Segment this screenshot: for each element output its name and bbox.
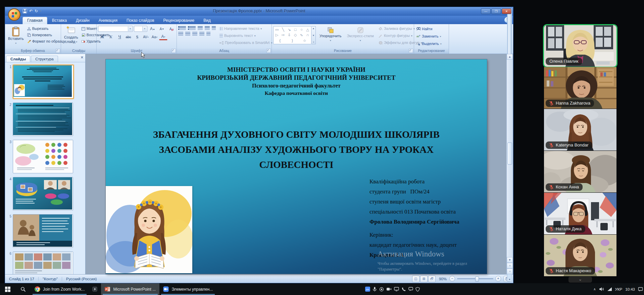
participant-tile-kokhan-anna[interactable]: Кохан Анна [544,151,616,192]
action-center-icon[interactable] [638,287,643,291]
strikethrough-button[interactable]: abc [124,34,133,40]
increase-indent-icon[interactable] [205,26,210,30]
tab-design[interactable]: Дизайн [71,17,94,24]
drawing-dialog-launcher[interactable] [409,49,413,53]
quick-styles-button[interactable]: Экспресс-стили▾ [345,25,375,48]
font-color-button[interactable]: A▾ [159,34,167,40]
slide-thumbnail-6[interactable] [13,251,73,274]
align-right-icon[interactable] [192,32,197,36]
minimize-button[interactable]: — [481,8,491,14]
normal-view-button[interactable]: ◫ [412,276,419,282]
clear-formatting-button[interactable]: A [167,25,176,32]
clock[interactable]: 10:43 [625,287,635,291]
slide-sorter-button[interactable]: ⊞ [420,276,428,282]
taskbar-search-button[interactable] [15,283,31,295]
zoom-slider-knob[interactable] [475,277,479,282]
taskbar-pinned-icon[interactable] [88,283,101,295]
phone-tray-icon[interactable] [401,287,406,292]
canvas-scrollbar[interactable]: ▲ ▼ « « [506,54,513,274]
align-text-button[interactable]: Выровнять текст▾ [218,33,273,39]
underline-button[interactable]: Ч [115,34,124,40]
text-shadow-button[interactable]: S [133,34,141,40]
panel-close-icon[interactable]: ✕ [81,56,84,59]
zoom-meeting-tray-icon[interactable]: zm [365,287,370,292]
format-painter-button[interactable]: Формат по образцу [26,39,66,44]
save-icon[interactable] [22,9,27,13]
restore-button[interactable]: ❐ [491,8,501,14]
camera-tray-icon[interactable] [386,287,392,291]
replace-button[interactable]: ab Заменить▾ [415,34,443,39]
participant-tile-hanna-zakharova[interactable]: Hanna Zakharova [544,67,616,109]
decrease-indent-icon[interactable] [198,26,203,30]
slide-thumbnail-1[interactable] [13,65,74,99]
qat-menu-caret[interactable]: ▾ [40,9,41,13]
select-button[interactable]: Выделить▾ [415,41,443,47]
zoom-in-button[interactable]: + [495,276,501,282]
bullets-icon[interactable] [178,26,186,30]
language-indicator[interactable]: Русский (Россия) [62,277,101,281]
copy-button[interactable]: Копировать [26,32,66,38]
paste-button[interactable]: Вставить▾ [6,25,26,48]
tab-home[interactable]: Главная [22,17,47,24]
align-left-icon[interactable] [178,32,183,36]
tab-insert[interactable]: Вставка [48,17,71,24]
slide-thumbnail-2[interactable] [13,103,73,136]
arrange-button[interactable]: Упорядочить▾ [318,25,343,48]
scroll-up-icon[interactable]: ▲ [507,54,513,60]
italic-button[interactable]: К [107,34,115,40]
justify-icon[interactable] [199,32,204,36]
tab-review[interactable]: Рецензирование [159,17,199,24]
slide-header-block[interactable]: МІНІСТЕРСТВО ОСВІТИ І НАУКИ УКРАЇНИ КРИВ… [106,66,487,96]
paragraph-dialog-launcher[interactable] [266,49,271,53]
show-hidden-icons-chevron[interactable]: ∧ [593,287,596,291]
gallery-collapse-button[interactable]: ⌄ [568,277,592,283]
find-button[interactable]: Найти [415,26,443,32]
panel-tab-outline[interactable]: Структура [31,56,58,62]
slide-1[interactable]: МІНІСТЕРСТВО ОСВІТИ І НАУКИ УКРАЇНИ КРИВ… [106,59,487,274]
zoom-level[interactable]: 90% [439,277,447,281]
taskbar-app-chrome-zoom-join[interactable]: Join from Zoom Work... [31,283,88,295]
taskbar-app-powerpoint[interactable]: P Microsoft PowerPoint ... [101,283,159,295]
taskbar-app-zoom-controls[interactable]: Элементы управлен... [159,283,216,295]
shapes-palette[interactable]: ▭╲↘□○ △▷⇨⇩◇ ∿∩{}☆ [273,26,311,44]
shrink-font-button[interactable]: A▼ [158,25,166,32]
undo-icon[interactable]: ↶ [29,8,33,14]
slide-thumbnail-3[interactable] [13,140,73,173]
bold-button[interactable]: Ж [98,34,106,40]
redo-icon[interactable]: ↻ [35,8,38,14]
shield-tray-icon[interactable] [415,287,420,292]
microphone-tray-icon[interactable] [373,287,377,292]
office-button[interactable] [8,8,20,21]
participant-tile-kateryna-bondar[interactable]: Kateryna Bondar [544,109,616,151]
tab-animation[interactable]: Анимация [94,17,122,24]
tab-slideshow[interactable]: Показ слайдов [122,17,159,24]
canvas-scrollbar-thumb[interactable] [507,142,512,165]
start-button[interactable] [0,283,15,295]
font-size-combobox[interactable] [134,26,147,32]
tab-view[interactable]: Вид [199,17,215,24]
next-slide-button[interactable]: « [507,269,513,274]
chat-tray-icon[interactable] [408,287,413,291]
zoom-slider[interactable] [457,278,493,279]
grow-font-button[interactable]: A▲ [148,25,157,32]
text-direction-button[interactable]: Направление текста▾ [218,26,273,32]
slideshow-button[interactable]: 🗗 [428,276,436,282]
language-indicator[interactable]: УКР [615,287,623,291]
speaker-icon[interactable] [599,287,604,291]
convert-smartart-button[interactable]: Преобразовать в SmartArt▾ [218,40,273,46]
participant-tile-olena-pavlyk[interactable]: Олена Павлик [544,25,616,67]
font-name-combobox[interactable] [98,26,133,32]
slide-canvas[interactable]: МІНІСТЕРСТВО ОСВІТИ І НАУКИ УКРАЇНИ КРИВ… [86,54,513,274]
screen-share-tray-icon[interactable] [394,287,399,291]
panel-tab-slides[interactable]: Слайды [6,56,30,62]
network-icon[interactable] [607,287,612,291]
columns-icon[interactable] [206,32,210,36]
previous-slide-button[interactable]: « [507,263,513,269]
slide-details-block[interactable]: Кваліфікаційна робота студента групи ПОм… [369,177,480,260]
new-slide-button[interactable]: Создать слайд▾ [62,25,80,48]
close-button[interactable]: ✕ [502,8,511,14]
slide-thumbnail-5[interactable] [13,214,73,248]
slide-title-block[interactable]: ЗБАГАЧЕННЯ ДУХОВНОГО СВІТУ МОЛОДШИХ ШКОЛ… [126,127,467,172]
girl-illustration[interactable] [106,186,192,273]
shapes-scrollbar[interactable]: ▲▼≡ [311,26,316,44]
